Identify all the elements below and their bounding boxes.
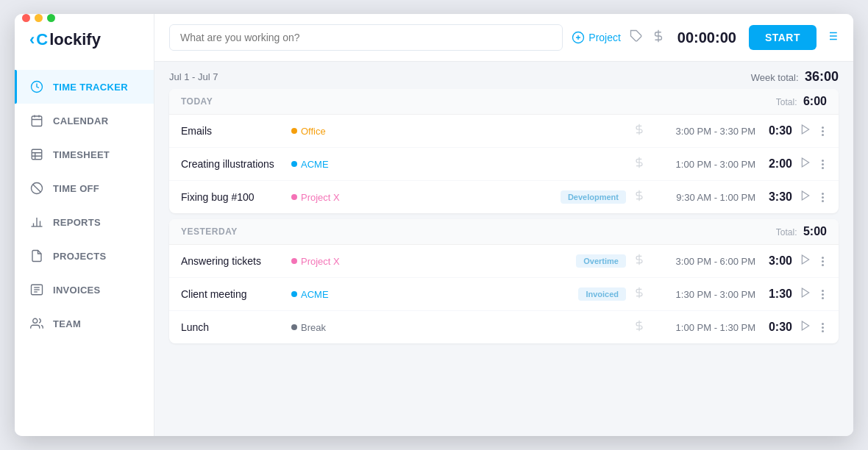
project-dot: [291, 324, 297, 330]
view-toggle-button[interactable]: [825, 29, 839, 46]
entry-time-range: 1:30 PM - 3:00 PM: [652, 289, 755, 300]
more-dot: [822, 193, 824, 195]
sidebar-item-time-tracker[interactable]: TIME TRACKER: [15, 70, 154, 104]
close-dot[interactable]: [22, 14, 30, 22]
entry-duration: 3:30: [763, 190, 792, 204]
entry-time-range: 3:00 PM - 6:00 PM: [652, 256, 755, 267]
play-button[interactable]: [800, 190, 811, 204]
project-name: Project X: [301, 256, 340, 267]
sidebar-label-timesheet: TIMESHEET: [53, 149, 110, 160]
project-dot: [291, 128, 297, 134]
project-name: Break: [301, 322, 326, 333]
sidebar-item-invoices[interactable]: INVOICES: [15, 273, 154, 307]
more-dot: [822, 326, 824, 329]
sidebar-item-timesheet[interactable]: TIMESHEET: [15, 138, 154, 171]
more-dot: [822, 323, 824, 325]
more-options-button[interactable]: [819, 255, 827, 268]
timer-description-input[interactable]: [169, 24, 563, 51]
entry-name: Answering tickets: [181, 255, 284, 267]
project-name: ACME: [301, 289, 329, 300]
logo-icon: ‹: [29, 30, 35, 49]
play-button[interactable]: [800, 157, 811, 171]
more-options-button[interactable]: [819, 191, 827, 204]
entry-duration: 1:30: [763, 288, 792, 301]
more-dot: [822, 130, 824, 132]
table-row: Fixing bug #100 Project X Development 9:…: [169, 181, 839, 213]
billable-indicator: [633, 254, 645, 268]
more-dot: [822, 163, 824, 165]
project-dot: [291, 161, 297, 167]
svg-point-19: [33, 318, 38, 323]
project-dot: [291, 194, 297, 200]
entry-time-range: 3:00 PM - 3:30 PM: [652, 126, 755, 137]
more-dot: [822, 330, 824, 332]
entry-project: Project X: [291, 256, 365, 267]
billable-button[interactable]: [652, 29, 665, 46]
table-row: Creating illustrations ACME 1:00 PM - 3:…: [169, 148, 839, 181]
minimize-dot[interactable]: [35, 14, 43, 22]
sidebar: ‹ Clockify TIME TRACKER CALENDAR: [15, 14, 154, 436]
more-dot: [822, 196, 824, 199]
sidebar-item-team[interactable]: TEAM: [15, 307, 154, 340]
entry-project: Break: [291, 322, 365, 333]
start-button[interactable]: START: [749, 25, 817, 50]
week-total-value: 36:00: [805, 69, 839, 84]
svg-marker-32: [802, 125, 808, 134]
more-dot: [822, 134, 824, 136]
logo-rest: lockify: [49, 30, 101, 49]
play-button[interactable]: [800, 254, 811, 268]
sidebar-label-calendar: CALENDAR: [53, 115, 108, 126]
svg-marker-34: [802, 158, 808, 167]
sidebar-item-projects[interactable]: PROJECTS: [15, 239, 154, 273]
entries-scroll: Today Total: 6:00 Emails Office 3:00 PM …: [154, 89, 853, 436]
more-dot: [822, 297, 824, 299]
sidebar-label-reports: REPORTS: [53, 217, 101, 228]
projects-icon: [29, 249, 44, 263]
play-button[interactable]: [800, 287, 811, 301]
day-header-today: Today Total: 6:00: [169, 89, 839, 115]
calendar-icon: [29, 113, 44, 128]
svg-rect-1: [32, 116, 42, 126]
sidebar-item-calendar[interactable]: CALENDAR: [15, 104, 154, 138]
more-dot: [822, 260, 824, 262]
project-dot: [291, 258, 297, 264]
svg-marker-42: [802, 321, 808, 330]
sidebar-item-time-off[interactable]: TIME OFF: [15, 171, 154, 205]
day-group-today: Today Total: 6:00 Emails Office 3:00 PM …: [169, 89, 839, 213]
sidebar-label-time-off: TIME OFF: [53, 183, 99, 194]
more-dot: [822, 264, 824, 266]
table-row: Answering tickets Project X Overtime 3:0…: [169, 245, 839, 278]
maximize-dot[interactable]: [47, 14, 55, 22]
bar-chart-icon: [29, 215, 44, 229]
sidebar-item-reports[interactable]: REPORTS: [15, 205, 154, 239]
invoices-icon: [29, 282, 44, 297]
entry-duration: 0:30: [763, 124, 792, 138]
list-icon: [825, 29, 839, 43]
day-label-yesterday: Yesterday: [181, 226, 238, 237]
more-dot: [822, 167, 824, 169]
more-options-button[interactable]: [819, 288, 827, 301]
more-options-button[interactable]: [819, 125, 827, 138]
entry-project: ACME: [291, 159, 365, 170]
play-button[interactable]: [800, 124, 811, 138]
entry-name: Lunch: [181, 321, 284, 333]
play-button[interactable]: [800, 320, 811, 335]
table-row: Lunch Break 1:00 PM - 1:30 PM 0:30: [169, 311, 839, 343]
logo-c: C: [36, 30, 48, 49]
week-total-label: Week total:: [751, 72, 799, 83]
project-dot: [291, 291, 297, 297]
more-options-button[interactable]: [819, 321, 827, 334]
entry-time-range: 1:00 PM - 3:00 PM: [652, 159, 755, 170]
sidebar-label-invoices: INVOICES: [53, 285, 101, 296]
add-project-button[interactable]: Project: [572, 31, 621, 44]
entry-name: Client meeting: [181, 288, 284, 300]
table-row: Client meeting ACME Invoiced 1:30 PM - 3…: [169, 278, 839, 311]
svg-rect-5: [32, 149, 42, 160]
entry-badge: Invoiced: [578, 288, 626, 301]
tag-button[interactable]: [630, 29, 643, 46]
day-group-yesterday: Yesterday Total: 5:00 Answering tickets …: [169, 219, 839, 343]
more-options-button[interactable]: [819, 158, 827, 171]
more-dot: [822, 290, 824, 292]
sidebar-label-team: TEAM: [53, 318, 81, 329]
main-content: Project 00:00:00 START Jul 1 - Jul 7 We: [154, 14, 853, 436]
